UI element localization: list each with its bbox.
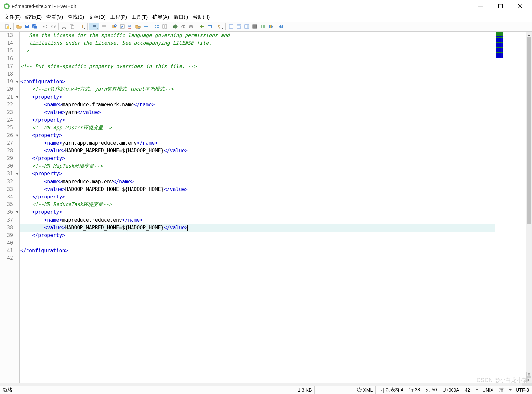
whitespace-button[interactable]: [100, 23, 107, 30]
svg-point-5: [7, 26, 9, 29]
fold-gutter[interactable]: ▼▼▼▼▼: [15, 32, 20, 383]
svg-text:ab: ab: [128, 25, 131, 27]
status-insertmode[interactable]: 插: [496, 386, 506, 394]
svg-rect-37: [163, 25, 164, 28]
svg-rect-52: [247, 25, 249, 28]
svg-text:ac: ac: [128, 27, 131, 29]
svg-rect-34: [157, 25, 159, 26]
svg-text:A: A: [121, 25, 123, 28]
close-button[interactable]: [514, 1, 526, 11]
titlebar: F:\mapred-site.xml - EverEdit: [0, 0, 532, 12]
terminal-button[interactable]: [206, 23, 213, 30]
svg-point-24: [114, 25, 116, 27]
menu-item[interactable]: 工具(T): [130, 13, 150, 21]
svg-rect-54: [261, 25, 262, 28]
scroll-thumb[interactable]: [527, 37, 531, 224]
line-number-gutter[interactable]: 1314151617181920212223242526272829303132…: [0, 32, 15, 383]
horizontal-splitter[interactable]: [0, 383, 532, 386]
status-ready: 就绪: [0, 386, 295, 394]
menu-item[interactable]: 查看(V): [44, 13, 65, 21]
svg-rect-15: [71, 26, 74, 29]
menu-item[interactable]: 工程(P): [108, 13, 129, 21]
svg-rect-33: [155, 25, 156, 26]
svg-rect-48: [229, 25, 230, 28]
svg-rect-55: [263, 25, 265, 28]
svg-rect-30: [144, 26, 146, 27]
statusbar: 就绪 1.3 KB Ⓟ XML →| 制表符:4 行 38 列 50 U+000…: [0, 386, 532, 394]
menu-item[interactable]: 窗口(I): [172, 13, 190, 21]
link2-button[interactable]: [187, 23, 195, 30]
editor-area: 1314151617181920212223242526272829303132…: [0, 31, 532, 383]
status-line[interactable]: 行 38: [406, 386, 423, 394]
undo-button[interactable]: [41, 23, 49, 30]
svg-rect-31: [146, 26, 148, 27]
status-column[interactable]: 列 50: [423, 386, 440, 394]
tools-button[interactable]: [214, 23, 224, 30]
status-charcount: 42: [462, 386, 473, 394]
panel5-button[interactable]: [259, 23, 266, 30]
find-files-button[interactable]: [134, 23, 142, 30]
open-button[interactable]: [15, 23, 23, 30]
vertical-scrollbar[interactable]: ▲ ▼ ⊟ ◧: [526, 32, 532, 383]
status-filesize: 1.3 KB: [295, 386, 315, 394]
status-charcode: U+000A: [440, 386, 462, 394]
replace-button[interactable]: abac: [126, 23, 134, 30]
split-handle-icon[interactable]: ⊟: [526, 372, 531, 377]
status-blank: [315, 386, 354, 394]
svg-point-10: [62, 27, 63, 29]
scroll-up-button[interactable]: ▲: [526, 32, 532, 37]
status-lineending[interactable]: UNIX: [473, 386, 496, 394]
maximize-button[interactable]: [494, 1, 506, 11]
browser-button[interactable]: [267, 23, 274, 30]
svg-rect-35: [155, 27, 156, 28]
paste-button[interactable]: [76, 23, 86, 30]
grid-button[interactable]: [153, 23, 160, 30]
cut-button[interactable]: [60, 23, 68, 30]
menu-item[interactable]: 帮助(H): [191, 13, 212, 21]
status-encoding[interactable]: UTF-8: [506, 386, 532, 394]
svg-rect-46: [208, 26, 211, 28]
new-file-button[interactable]: [2, 23, 12, 30]
panel3-button[interactable]: [243, 23, 250, 30]
find-button[interactable]: [110, 23, 118, 30]
panel2-button[interactable]: [235, 23, 242, 30]
scroll-track[interactable]: [526, 37, 532, 377]
menu-item[interactable]: 编辑(E): [23, 13, 44, 21]
menubar: 文件(F)编辑(E)查看(V)查找(S)文档(D)工程(P)工具(T)扩展(A)…: [0, 12, 532, 22]
help-button[interactable]: ?: [277, 23, 285, 30]
save-button[interactable]: [23, 23, 30, 30]
svg-rect-53: [253, 25, 257, 28]
svg-text:?: ?: [280, 25, 282, 28]
svg-rect-38: [165, 25, 167, 28]
status-tabsize[interactable]: →| 制表符:4: [376, 386, 406, 394]
goto-button[interactable]: [142, 23, 150, 30]
menu-item[interactable]: 查找(S): [66, 13, 86, 21]
menu-item[interactable]: 扩展(A): [150, 13, 171, 21]
menu-item[interactable]: 文档(D): [87, 13, 108, 21]
copy-button[interactable]: [68, 23, 76, 30]
minimap[interactable]: ████████████████████████████████████████…: [495, 32, 526, 383]
panel4-button[interactable]: [251, 23, 258, 30]
web-button[interactable]: [171, 23, 179, 30]
compare-button[interactable]: [161, 23, 168, 30]
menu-item[interactable]: 文件(F): [2, 13, 23, 21]
redo-button[interactable]: [49, 23, 57, 30]
svg-rect-7: [26, 25, 28, 26]
link1-button[interactable]: [179, 23, 187, 30]
svg-rect-17: [80, 25, 82, 28]
split-handle2-icon[interactable]: ◧: [526, 377, 531, 382]
svg-rect-36: [157, 27, 159, 28]
find-text-button[interactable]: A: [118, 23, 126, 30]
svg-point-41: [183, 25, 185, 28]
code-editor[interactable]: See the License for the specific languag…: [20, 32, 495, 383]
wrap-mode-button[interactable]: [89, 23, 99, 30]
status-language[interactable]: Ⓟ XML: [354, 386, 376, 394]
panel1-button[interactable]: [227, 23, 235, 30]
svg-rect-1: [498, 4, 502, 8]
minimize-button[interactable]: [474, 1, 487, 11]
toolbar: A abac ?: [0, 22, 532, 31]
save-all-button[interactable]: [31, 23, 38, 30]
plugin-button[interactable]: [198, 23, 205, 30]
svg-point-11: [64, 27, 66, 29]
svg-rect-9: [34, 26, 37, 29]
